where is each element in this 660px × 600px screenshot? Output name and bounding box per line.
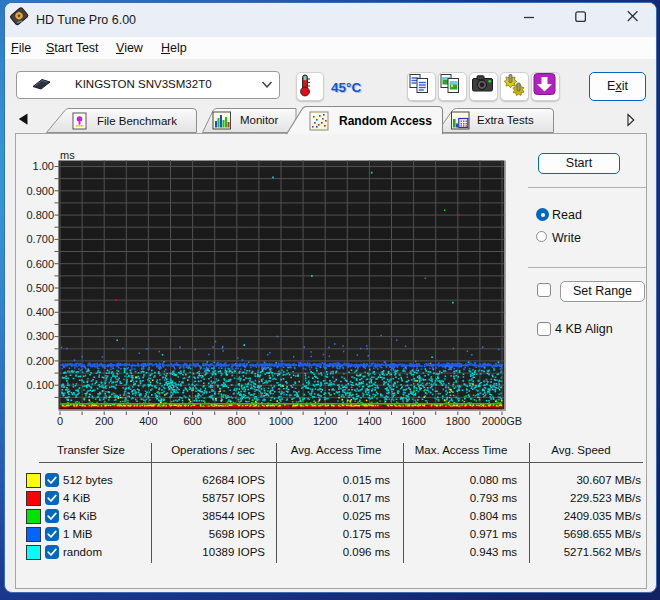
svg-text:1400: 1400 bbox=[357, 415, 381, 427]
svg-text:200: 200 bbox=[95, 415, 113, 427]
svg-text:0.300: 0.300 bbox=[26, 330, 54, 342]
svg-text:0: 0 bbox=[57, 415, 63, 427]
svg-text:0.400: 0.400 bbox=[26, 306, 54, 318]
svg-text:0.100: 0.100 bbox=[26, 379, 54, 391]
svg-text:0.800: 0.800 bbox=[26, 209, 54, 221]
svg-text:600: 600 bbox=[183, 415, 201, 427]
svg-text:0.900: 0.900 bbox=[26, 185, 54, 197]
svg-text:800: 800 bbox=[228, 415, 246, 427]
svg-text:1.00: 1.00 bbox=[33, 160, 54, 172]
svg-text:0.500: 0.500 bbox=[26, 282, 54, 294]
svg-text:1200: 1200 bbox=[313, 415, 337, 427]
svg-text:400: 400 bbox=[139, 415, 157, 427]
svg-text:0.600: 0.600 bbox=[26, 258, 54, 270]
svg-text:1000: 1000 bbox=[269, 415, 293, 427]
svg-text:1600: 1600 bbox=[401, 415, 425, 427]
svg-text:2000GB: 2000GB bbox=[482, 415, 522, 427]
svg-text:0.200: 0.200 bbox=[26, 355, 54, 367]
svg-text:0.700: 0.700 bbox=[26, 233, 54, 245]
svg-text:1800: 1800 bbox=[446, 415, 470, 427]
svg-text:ms: ms bbox=[60, 149, 75, 161]
